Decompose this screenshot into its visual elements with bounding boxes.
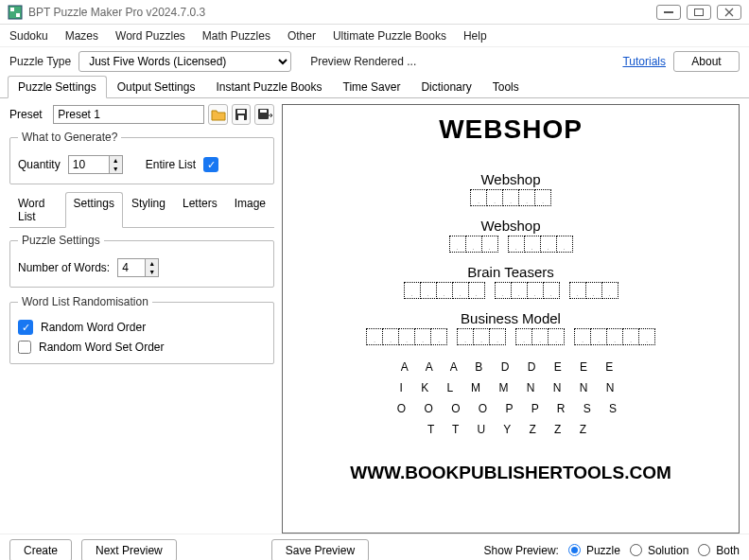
puzzle-type-toolbar: Puzzle Type Just Five Words (Licensed) P… [0,47,749,76]
radio-solution-label: Solution [648,544,688,557]
tutorials-link[interactable]: Tutorials [622,55,666,68]
about-button[interactable]: About [673,51,740,72]
num-words-stepper[interactable]: ▲▼ [117,258,159,277]
menu-sudoku[interactable]: Sudoku [9,29,48,43]
preview-letter-boxes: .... [508,236,573,253]
puzzle-type-select[interactable]: Just Five Words (Licensed) [78,51,291,72]
preview-letter-boxes: ... [449,236,498,253]
preset-label: Preset [9,108,49,121]
preview-letter-boxes: ... [569,282,618,299]
tab-puzzle-settings[interactable]: Puzzle Settings [8,76,107,98]
minimize-button[interactable] [656,5,681,20]
radio-puzzle[interactable] [568,544,581,556]
preview-letter-boxes: ..... [404,282,485,299]
subtab-wordlist[interactable]: Word List [9,192,65,227]
title-bar: BPT Puzzle Maker Pro v2024.7.0.3 [0,0,749,25]
menu-math-puzzles[interactable]: Math Puzzles [202,29,270,43]
subtab-settings[interactable]: Settings [65,192,123,228]
entire-list-checkbox[interactable]: ✓ [203,157,218,172]
tab-tools[interactable]: Tools [482,76,530,97]
preview-word-label: Webshop [287,171,735,187]
close-button[interactable] [717,5,741,20]
preset-input[interactable] [53,105,204,124]
radio-puzzle-label: Puzzle [586,544,620,557]
menu-mazes[interactable]: Mazes [65,29,98,43]
preview-letter-boxes: ... [457,328,506,345]
num-words-up[interactable]: ▲ [146,259,158,268]
main-tabs: Puzzle Settings Output Settings Instant … [0,76,749,98]
app-icon [8,5,23,20]
svg-rect-6 [237,110,245,114]
quantity-stepper[interactable]: ▲▼ [68,155,123,174]
tab-instant-books[interactable]: Instant Puzzle Books [205,76,332,97]
preview-letter-boxes: .... [495,282,560,299]
preview-rendered-label: Preview Rendered ... [310,55,416,68]
random-set-order-checkbox[interactable] [18,341,31,354]
svg-rect-4 [695,9,704,15]
preview-word-label: Webshop [287,218,735,234]
tab-time-saver[interactable]: Time Saver [333,76,411,97]
show-preview-label: Show Preview: [484,544,559,557]
folder-open-icon [211,108,226,121]
entire-list-label: Entire List [146,158,196,171]
quantity-down[interactable]: ▼ [110,165,122,173]
puzzle-settings-group: Puzzle Settings Number of Words: ▲▼ [9,234,274,288]
subtab-letters[interactable]: Letters [174,192,226,227]
num-words-down[interactable]: ▼ [146,268,158,276]
preview-word-group: Business Model................ [287,310,735,345]
svg-rect-9 [260,110,267,113]
tab-dictionary[interactable]: Dictionary [410,76,481,97]
preview-letter-bank: A A A B D D E E EI K L M M N N N NO O O … [287,357,735,440]
num-words-input[interactable] [118,259,145,276]
save-preset-button[interactable] [232,104,252,125]
sub-tabs: Word List Settings Styling Letters Image [9,192,274,228]
preview-letter-boxes: ..... [574,328,655,345]
maximize-button[interactable] [687,5,711,20]
quantity-up[interactable]: ▲ [110,156,122,165]
save-icon [235,108,248,121]
random-word-order-checkbox[interactable]: ✓ [18,320,33,335]
svg-rect-3 [664,11,673,13]
subtab-styling[interactable]: Styling [123,192,174,227]
open-preset-button[interactable] [208,104,228,125]
radio-both-label: Both [716,544,740,557]
preview-url: WWW.BOOKPUBLISHERTOOLS.COM [287,463,735,483]
preview-letter-boxes: ..... [470,189,551,206]
menu-help[interactable]: Help [463,29,487,43]
svg-rect-2 [16,13,20,17]
preview-word-group: Brain Teasers............ [287,264,735,299]
preview-title: WEBSHOP [287,114,735,145]
footer-bar: Create Next Preview Save Preview Show Pr… [0,534,749,560]
quantity-input[interactable] [69,156,109,173]
save-as-icon [257,108,272,121]
save-as-preset-button[interactable] [254,104,274,125]
quantity-label: Quantity [18,158,61,171]
subtab-image[interactable]: Image [226,192,274,227]
puzzle-settings-legend: Puzzle Settings [18,234,104,247]
svg-rect-7 [238,115,244,120]
svg-rect-1 [10,8,14,11]
menu-word-puzzles[interactable]: Word Puzzles [115,29,185,43]
preview-pane: WEBSHOP Webshop.....Webshop.......Brain … [282,104,740,534]
save-preview-button[interactable]: Save Preview [271,539,369,561]
preview-word-label: Brain Teasers [287,264,735,280]
next-preview-button[interactable]: Next Preview [81,539,177,561]
radio-both[interactable] [698,544,710,556]
puzzle-type-label: Puzzle Type [9,55,71,68]
create-button[interactable]: Create [9,539,72,561]
random-set-order-label: Random Word Set Order [39,341,165,354]
preview-word-label: Business Model [287,310,735,326]
menu-ultimate[interactable]: Ultimate Puzzle Books [333,29,446,43]
radio-solution[interactable] [630,544,642,556]
preview-letter-boxes: ..... [366,328,447,345]
preview-letter-boxes: ... [515,328,565,345]
num-words-label: Number of Words: [18,261,110,274]
generate-legend: What to Generate? [18,131,121,144]
menu-other[interactable]: Other [287,29,316,43]
what-to-generate-group: What to Generate? Quantity ▲▼ Entire Lis… [9,131,274,184]
tab-output-settings[interactable]: Output Settings [107,76,206,97]
randomisation-legend: Word List Randomisation [18,295,152,308]
random-word-order-label: Random Word Order [41,321,146,334]
preview-word-group: Webshop....... [287,218,735,253]
preview-word-group: Webshop..... [287,171,735,206]
